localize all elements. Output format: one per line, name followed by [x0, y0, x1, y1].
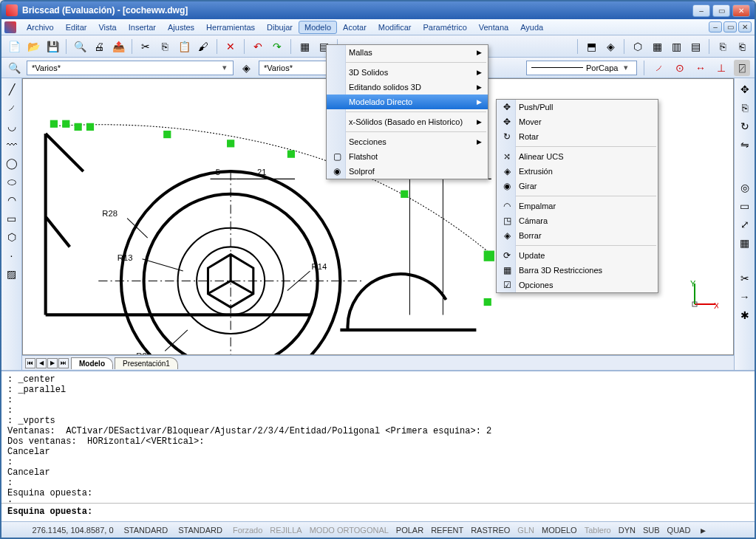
redo-icon[interactable]: ↷: [269, 38, 285, 55]
menu-acotar[interactable]: Acotar: [337, 21, 372, 34]
menu-insertar[interactable]: Insertar: [123, 21, 162, 34]
array-icon[interactable]: ▦: [737, 235, 753, 251]
menuitem-rotar[interactable]: ↻Rotar: [497, 129, 658, 144]
arc2-icon[interactable]: ◠: [4, 192, 20, 208]
minimize-button[interactable]: –: [692, 4, 710, 17]
layer-state-icon[interactable]: ◈: [238, 60, 254, 76]
view-split-h-icon[interactable]: ▥: [668, 38, 684, 55]
status-rejilla[interactable]: REJILLA: [267, 526, 304, 535]
menuitem-mallas[interactable]: Mallas▶: [327, 45, 488, 60]
status-polar[interactable]: POLAR: [393, 526, 426, 535]
menu-vista[interactable]: Vista: [92, 21, 122, 34]
delete-icon[interactable]: ✕: [222, 38, 239, 55]
status-coords[interactable]: 276.1145, 104.8587, 0: [29, 526, 116, 535]
line-icon[interactable]: ╱: [4, 81, 20, 97]
polygon-icon[interactable]: ⬡: [4, 229, 20, 245]
constraint-perp-icon[interactable]: ⊙: [672, 60, 688, 76]
view-iso-icon[interactable]: ◈: [602, 38, 619, 55]
menuitem-x-s-lidos-basado-en-historico-[interactable]: x-Sólidos (Basado en Historico)▶: [327, 114, 488, 129]
menuitem-secciones[interactable]: Secciones▶: [327, 134, 488, 149]
cut-icon[interactable]: ✂: [137, 38, 154, 55]
status-refent[interactable]: REFENT: [428, 526, 466, 535]
status-quad[interactable]: QUAD: [664, 526, 694, 535]
command-history[interactable]: : _center : _parallel : : : _vports Vent…: [1, 371, 755, 504]
mdi-minimize-button[interactable]: –: [709, 21, 722, 32]
trim-icon[interactable]: ✂: [737, 270, 753, 286]
status-tablero[interactable]: Tablero: [582, 526, 614, 535]
menuitem-modelado-directo[interactable]: Modelado Directo▶: [327, 95, 488, 109]
menuitem-borrar[interactable]: ◈Borrar: [497, 228, 658, 243]
mdi-close-button[interactable]: ✕: [738, 21, 752, 32]
status-modelo[interactable]: MODELO: [539, 526, 580, 535]
linetype-selector[interactable]: PorCapa ▾: [526, 61, 637, 75]
status-arrow-icon[interactable]: ▸: [698, 525, 708, 535]
copy-obj-icon[interactable]: ⎘: [737, 100, 753, 116]
tab-model[interactable]: Modelo: [71, 357, 113, 369]
menu-herramientas[interactable]: Herramientas: [200, 21, 261, 34]
print-icon[interactable]: 🖨: [91, 38, 107, 55]
open-file-icon[interactable]: 📂: [25, 38, 41, 55]
point-icon[interactable]: ·: [4, 247, 20, 264]
offset-icon[interactable]: ◎: [737, 179, 753, 196]
status-sub[interactable]: SUB: [640, 526, 663, 535]
menu-ayuda[interactable]: Ayuda: [514, 21, 549, 34]
constraint-tan-icon[interactable]: ⊥: [713, 60, 729, 76]
status-forzado[interactable]: Forzado: [230, 526, 265, 535]
tab-presentation1[interactable]: Presentación1: [115, 357, 178, 369]
arc-icon[interactable]: ◡: [4, 118, 20, 134]
view-split-v-icon[interactable]: ▤: [687, 38, 704, 55]
status-modo-ortogonal[interactable]: MODO ORTOGONAL: [307, 526, 392, 535]
stretch-icon[interactable]: ▭: [737, 198, 753, 214]
rotate-icon[interactable]: ↻: [737, 118, 753, 134]
constraint-point-icon[interactable]: ⟋: [651, 60, 667, 76]
menu-modificar[interactable]: Modificar: [372, 21, 418, 34]
match-properties-icon[interactable]: 🖌: [195, 38, 211, 55]
explorer-icon[interactable]: ▦: [296, 38, 313, 55]
view-top-icon[interactable]: ⬒: [583, 38, 599, 55]
save-file-icon[interactable]: 💾: [44, 38, 61, 55]
copy-icon[interactable]: ⎘: [157, 38, 173, 55]
close-button[interactable]: ✕: [732, 4, 750, 17]
status-rastreo[interactable]: RASTREO: [468, 526, 513, 535]
menuitem-flatshot[interactable]: ▢Flatshot: [327, 149, 488, 164]
menuitem-mover[interactable]: ✥Mover: [497, 114, 658, 129]
status-dyn[interactable]: DYN: [616, 526, 638, 535]
menuitem-opciones[interactable]: ☑Opciones: [497, 278, 658, 292]
undo-icon[interactable]: ↶: [250, 38, 266, 55]
menu-editar[interactable]: Editar: [60, 21, 93, 34]
menu-ajustes[interactable]: Ajustes: [162, 21, 200, 34]
maximize-button[interactable]: ▭: [712, 4, 730, 17]
mdi-restore-button[interactable]: ▭: [723, 21, 737, 32]
constraint-toggle-icon[interactable]: ⍁: [734, 60, 750, 76]
hatch-icon[interactable]: ▨: [4, 266, 20, 282]
layer-selector[interactable]: *Varios* ▾: [27, 61, 234, 75]
menuitem-alinear-ucs[interactable]: ⤭Alinear UCS: [497, 149, 658, 164]
menuitem-barra-3d-restricciones[interactable]: ▦Barra 3D Restricciones: [497, 263, 658, 278]
status-std2[interactable]: STANDARD: [175, 526, 225, 535]
copy-view-icon[interactable]: ⎘: [715, 38, 731, 55]
tab-prev-icon[interactable]: ◀: [36, 358, 47, 368]
paste-icon[interactable]: 📋: [176, 38, 192, 55]
menuitem-update[interactable]: ⟳Update: [497, 248, 658, 263]
polyline-icon[interactable]: ⟋: [4, 100, 20, 116]
publish-icon[interactable]: 📤: [110, 38, 126, 55]
menuitem-editando-solidos-3d[interactable]: Editando solidos 3D▶: [327, 80, 488, 95]
mirror-icon[interactable]: ⇋: [737, 137, 753, 153]
tab-last-icon[interactable]: ⏭: [58, 358, 69, 368]
view-3d-icon[interactable]: ⬡: [630, 38, 646, 55]
menu-dibujar[interactable]: Dibujar: [261, 21, 299, 34]
move-icon[interactable]: ✥: [737, 81, 753, 97]
layer-manager-icon[interactable]: 🔍: [6, 60, 22, 76]
menuitem-push-pull[interactable]: ✥Push/Pull: [497, 100, 658, 114]
menu-ventana[interactable]: Ventana: [473, 21, 514, 34]
menu-modelo[interactable]: Modelo: [299, 21, 337, 34]
constraint-dist-icon[interactable]: ↔: [692, 60, 709, 76]
new-file-icon[interactable]: 📄: [6, 38, 22, 55]
menu-archivo[interactable]: Archivo: [21, 21, 60, 34]
extend-icon[interactable]: →: [737, 289, 753, 305]
command-prompt[interactable]: Esquina opuesta:: [1, 504, 755, 521]
menuitem-extrusi-n[interactable]: ◈Extrusión: [497, 164, 658, 179]
ellipse-icon[interactable]: ⬭: [4, 174, 20, 190]
tab-next-icon[interactable]: ▶: [47, 358, 58, 368]
circle-icon[interactable]: ◯: [4, 155, 20, 171]
